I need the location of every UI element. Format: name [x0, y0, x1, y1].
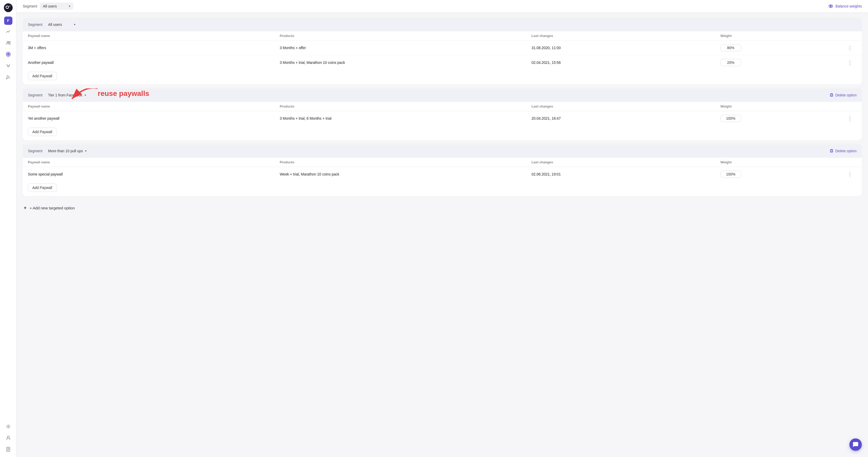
col-header-actions-3	[846, 160, 857, 164]
paywall-name-cell: Yet another paywall	[28, 116, 280, 120]
col-header-products-2: Products	[280, 104, 531, 108]
topbar: Segment All users ▾ Balance weights	[17, 0, 868, 13]
paywall-name-cell: Another paywall	[28, 60, 280, 65]
svg-point-7	[8, 54, 8, 55]
segment-label-3: Segment	[28, 149, 42, 153]
col-header-last-changes-1: Last changes	[531, 34, 720, 38]
main-content: Segment All users ▾ Balance weights Segm…	[17, 0, 868, 457]
segment-dropdown-3[interactable]: More than 10 pull ups ▾	[45, 147, 90, 155]
paywall-name-cell: Some special paywall	[28, 172, 280, 176]
add-targeted-option-button[interactable]: + + Add new targeted option	[23, 200, 862, 216]
weight-input[interactable]	[720, 59, 741, 66]
weight-input[interactable]	[720, 171, 741, 178]
section-header-all-users: Segment All users ▾	[23, 18, 862, 31]
table-header-1: Paywall name Products Last changes Weigh…	[23, 31, 862, 40]
chevron-down-icon-1: ▾	[74, 23, 75, 26]
row-more-button[interactable]: ⋮	[846, 44, 854, 52]
row-more-button[interactable]: ⋮	[846, 171, 854, 178]
section-tier1: reuse paywalls Segment Tier 1 from Faceb…	[23, 88, 862, 140]
section-pullups: Segment More than 10 pull ups ▾ Delete o…	[23, 144, 862, 196]
weight-cell	[720, 59, 846, 66]
weight-cell	[720, 171, 846, 178]
delete-option-button-3[interactable]: Delete option	[830, 149, 857, 153]
svg-point-8	[6, 78, 7, 79]
last-changes-cell: 02.06.2021, 19:01	[531, 172, 720, 176]
segment-label-2: Segment	[28, 93, 42, 97]
col-header-weight-1: Weight	[720, 34, 846, 38]
svg-point-9	[7, 426, 9, 427]
section-header-pullups: Segment More than 10 pull ups ▾ Delete o…	[23, 144, 862, 158]
weight-cell	[720, 44, 846, 52]
col-header-actions-2	[846, 104, 857, 108]
sidebar-item-targeting[interactable]	[4, 50, 13, 59]
col-header-paywall-name-2: Paywall name	[28, 104, 280, 108]
chevron-down-icon-3: ▾	[85, 149, 87, 153]
plus-icon: +	[24, 205, 27, 211]
table-header-3: Paywall name Products Last changes Weigh…	[23, 158, 862, 167]
segment-dropdown-1[interactable]: All users ▾	[45, 21, 79, 28]
col-header-paywall-name-1: Paywall name	[28, 34, 280, 38]
weight-input[interactable]	[720, 115, 741, 122]
last-changes-cell: 31.08.2020, 11:00	[531, 46, 720, 50]
add-paywall-button-1[interactable]: Add Paywall	[28, 72, 57, 80]
svg-point-3	[7, 41, 8, 43]
row-more-button[interactable]: ⋮	[846, 115, 854, 122]
section-header-left-2: Segment Tier 1 from Facebook ▾	[28, 92, 89, 99]
products-cell: 3 Months + trial, 6 Months + trial	[280, 116, 531, 120]
chat-icon	[852, 441, 859, 448]
segment-dropdown-2[interactable]: Tier 1 from Facebook ▾	[45, 92, 89, 99]
svg-point-10	[7, 436, 9, 438]
app-logo[interactable]	[4, 3, 13, 12]
section-header-left-3: Segment More than 10 pull ups ▾	[28, 147, 90, 155]
col-header-products-1: Products	[280, 34, 531, 38]
svg-point-2	[9, 5, 10, 7]
col-header-last-changes-3: Last changes	[531, 160, 720, 164]
balance-weights-button[interactable]: Balance weights	[828, 4, 862, 9]
add-paywall-button-3[interactable]: Add Paywall	[28, 184, 57, 192]
weight-input[interactable]	[720, 44, 741, 52]
balance-icon	[828, 4, 833, 9]
table-row: Yet another paywall 3 Months + trial, 6 …	[23, 111, 862, 126]
sidebar: F	[0, 0, 17, 457]
col-header-actions-1	[846, 34, 857, 38]
trash-icon	[830, 93, 834, 97]
segment-label-1: Segment	[28, 23, 42, 27]
table-header-2: Paywall name Products Last changes Weigh…	[23, 102, 862, 111]
chat-support-button[interactable]	[849, 438, 862, 451]
col-header-products-3: Products	[280, 160, 531, 164]
user-avatar[interactable]: F	[4, 17, 12, 25]
sidebar-item-users[interactable]	[4, 38, 13, 48]
paywall-name-cell: 3M + offers	[28, 46, 280, 50]
svg-point-4	[9, 41, 10, 43]
col-header-weight-3: Weight	[720, 160, 846, 164]
segment-label-top: Segment	[23, 4, 37, 8]
section-all-users: Segment All users ▾ Paywall name Product…	[23, 18, 862, 84]
table-row: Another paywall 3 Months + trial, Marath…	[23, 55, 862, 70]
sidebar-item-profile[interactable]	[4, 433, 13, 443]
last-changes-cell: 02.04.2021, 15:56	[531, 60, 720, 65]
section-header-tier1: Segment Tier 1 from Facebook ▾ Delete op…	[23, 88, 862, 102]
add-paywall-button-2[interactable]: Add Paywall	[28, 128, 57, 136]
sidebar-item-settings[interactable]	[4, 422, 13, 431]
sidebar-item-abtest[interactable]	[4, 61, 13, 70]
sidebar-item-feed[interactable]	[4, 72, 13, 82]
col-header-weight-2: Weight	[720, 104, 846, 108]
last-changes-cell: 20.04.2021, 16:47	[531, 116, 720, 120]
products-cell: 3 Months + trial, Marathon 10 coins pack	[280, 60, 531, 65]
segment-selector-top: Segment All users ▾	[23, 3, 73, 10]
row-more-button[interactable]: ⋮	[846, 59, 854, 66]
segment-dropdown-top[interactable]: All users ▾	[40, 3, 73, 10]
col-header-paywall-name-3: Paywall name	[28, 160, 280, 164]
table-row: 3M + offers 3 Months + offer 31.08.2020,…	[23, 40, 862, 55]
section-header-left: Segment All users ▾	[28, 21, 79, 28]
products-cell: 3 Months + offer	[280, 46, 531, 50]
chevron-down-icon: ▾	[69, 4, 70, 8]
sidebar-bottom	[4, 422, 13, 454]
sidebar-item-docs[interactable]	[4, 445, 13, 454]
table-row: Some special paywall Week + trial, Marat…	[23, 167, 862, 181]
delete-option-button-2[interactable]: Delete option	[830, 93, 857, 97]
products-cell: Week + trial, Marathon 10 coins pack	[280, 172, 531, 176]
content-area: Segment All users ▾ Paywall name Product…	[17, 13, 868, 221]
sidebar-item-analytics[interactable]	[4, 27, 13, 36]
trash-icon	[830, 149, 834, 153]
